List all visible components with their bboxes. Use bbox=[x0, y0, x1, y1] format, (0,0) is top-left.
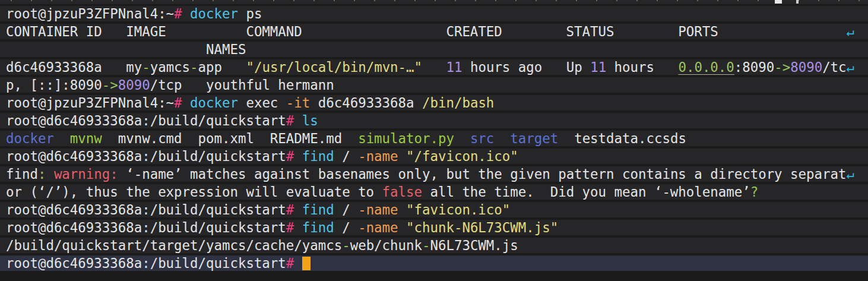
text-span: -> bbox=[774, 59, 790, 75]
prompt-host-path: root@d6c46933368a:/build/quickstart bbox=[6, 149, 286, 164]
port-number: 8090 bbox=[790, 59, 822, 75]
text-span bbox=[494, 131, 510, 146]
false-keyword: false bbox=[382, 184, 422, 200]
directory-entry: target bbox=[510, 131, 558, 146]
text-span bbox=[398, 149, 406, 164]
result-path: /build/quickstart/target/yamcs/cache/yam… bbox=[6, 238, 342, 253]
terminal-body: root@jpzuP3ZFPNnal4:~# docker psCONTAINE… bbox=[0, 6, 868, 273]
wrap-icon: ↵ bbox=[847, 59, 854, 75]
find-warning-line: find: warning: ‘-name’ matches against b… bbox=[0, 166, 868, 182]
text-span: / bbox=[334, 202, 358, 217]
docker-ps-header-wrap-line: NAMES bbox=[0, 42, 868, 57]
prompt-line-ls: root@d6c46933368a:/build/quickstart# ls bbox=[0, 113, 868, 128]
text-span: hours bbox=[606, 59, 678, 75]
command: docker bbox=[190, 95, 238, 110]
prompt-host-path: root@d6c46933368a:/build/quickstart bbox=[6, 113, 286, 128]
terminal-cursor[interactable] bbox=[302, 257, 311, 270]
flag: -name bbox=[358, 220, 398, 235]
table-header: CONTAINER ID IMAGE COMMAND CREATED STATU… bbox=[6, 24, 846, 39]
text-span: all the time. Did you mean ‘-wholename’ bbox=[422, 184, 750, 200]
text-span bbox=[222, 59, 246, 75]
file-entry: testdata.ccsds bbox=[558, 131, 686, 146]
directory-entry: docker bbox=[6, 131, 54, 146]
text-span: find bbox=[6, 166, 38, 182]
command: ls bbox=[302, 113, 318, 128]
text-span bbox=[294, 255, 302, 271]
container-id: d6c46933368a bbox=[6, 59, 126, 75]
wrap-icon: ↵ bbox=[846, 24, 854, 39]
prompt-line-docker-ps: root@jpzuP3ZFPNnal4:~# docker ps bbox=[0, 6, 868, 21]
text-span bbox=[398, 202, 406, 217]
flag: -name bbox=[358, 202, 398, 217]
image-name: my bbox=[126, 59, 142, 75]
table-header-names: NAMES bbox=[6, 42, 246, 57]
text-span: - bbox=[190, 59, 198, 75]
container-name: /tcp youthful_hermann bbox=[150, 77, 334, 93]
text-span: - bbox=[142, 59, 150, 75]
text-span: N6L73CWM.js bbox=[430, 238, 518, 253]
text-span: :8090 bbox=[734, 59, 774, 75]
prompt-symbol: # bbox=[286, 220, 294, 235]
text-span: or (‘/’), thus the expression will evalu… bbox=[6, 184, 382, 200]
executable-entry: mvnw bbox=[70, 131, 102, 146]
string-arg: "/favicon.ico" bbox=[406, 149, 518, 164]
current-prompt-line: root@d6c46933368a:/build/quickstart# bbox=[0, 255, 868, 271]
created-hours: 11 bbox=[446, 59, 462, 75]
prompt-line-docker-exec: root@jpzuP3ZFPNnal4:~# docker exec -it d… bbox=[0, 95, 868, 110]
prompt-symbol: # bbox=[174, 95, 182, 110]
ls-output-line: docker mvnw mvnw.cmd pom.xml README.md s… bbox=[0, 131, 868, 146]
text-span: exec bbox=[238, 95, 286, 110]
text-span: p, [::]:8090 bbox=[6, 77, 102, 93]
path-arg: /bin/bash bbox=[422, 95, 494, 110]
executable-entry: simulator.py bbox=[358, 131, 454, 146]
text-span bbox=[182, 95, 190, 110]
prompt-host-path: root@d6c46933368a:/build/quickstart bbox=[6, 202, 286, 217]
prompt-symbol: # bbox=[286, 255, 294, 271]
port-number: 8090 bbox=[118, 77, 150, 93]
text-span bbox=[294, 113, 302, 128]
bind-address-link[interactable]: 0.0.0.0 bbox=[678, 59, 734, 75]
text-span bbox=[454, 131, 470, 146]
text-span: - bbox=[422, 238, 430, 253]
command: find bbox=[302, 220, 334, 235]
text-span: - bbox=[342, 238, 350, 253]
terminal-window[interactable]: root@jpzuP3ZFPNnal4:~# docker psCONTAINE… bbox=[0, 0, 868, 281]
text-span: ‘-name’ matches against basenames only, … bbox=[118, 166, 847, 182]
docker-ps-row-line: d6c46933368a my-yamcs-app "/usr/local/bi… bbox=[0, 59, 868, 75]
text-span bbox=[294, 149, 302, 164]
find-result-line: /build/quickstart/target/yamcs/cache/yam… bbox=[0, 238, 868, 253]
prompt-symbol: # bbox=[174, 6, 182, 21]
prompt-line-find-3: root@d6c46933368a:/build/quickstart# fin… bbox=[0, 220, 868, 235]
text-span bbox=[46, 166, 53, 182]
text-span: : bbox=[38, 166, 46, 182]
text-span bbox=[294, 202, 302, 217]
text-span: /tc bbox=[822, 59, 846, 75]
flag: -it bbox=[286, 95, 310, 110]
directory-entry: src bbox=[470, 131, 494, 146]
flag: -name bbox=[358, 149, 398, 164]
text-span: ? bbox=[750, 184, 758, 200]
file-entries: mvnw.cmd pom.xml README.md bbox=[102, 131, 358, 146]
text-span bbox=[422, 59, 446, 75]
prompt-symbol: # bbox=[286, 149, 294, 164]
string-arg: "favicon.ico" bbox=[406, 202, 510, 217]
container-id-arg: d6c46933368a bbox=[310, 95, 422, 110]
text-span: app bbox=[198, 59, 222, 75]
command: find bbox=[302, 202, 334, 217]
wrap-icon: ↵ bbox=[846, 166, 854, 182]
text-span: hours ago Up bbox=[462, 59, 590, 75]
clipped-previous-line bbox=[0, 0, 868, 4]
prompt-line-find-2: root@d6c46933368a:/build/quickstart# fin… bbox=[0, 202, 868, 217]
text-span: / bbox=[334, 149, 358, 164]
find-warning-wrap-line: or (‘/’), thus the expression will evalu… bbox=[0, 184, 868, 200]
command: find bbox=[302, 149, 334, 164]
command-arg: ps bbox=[238, 6, 262, 21]
prompt-symbol: # bbox=[286, 113, 294, 128]
text-span: web/chunk bbox=[350, 238, 422, 253]
text-span bbox=[54, 131, 70, 146]
text-span: -> bbox=[102, 77, 118, 93]
command: docker bbox=[190, 6, 238, 21]
text-span bbox=[182, 6, 190, 21]
text-span: / bbox=[334, 220, 358, 235]
text-span: yamcs bbox=[150, 59, 190, 75]
